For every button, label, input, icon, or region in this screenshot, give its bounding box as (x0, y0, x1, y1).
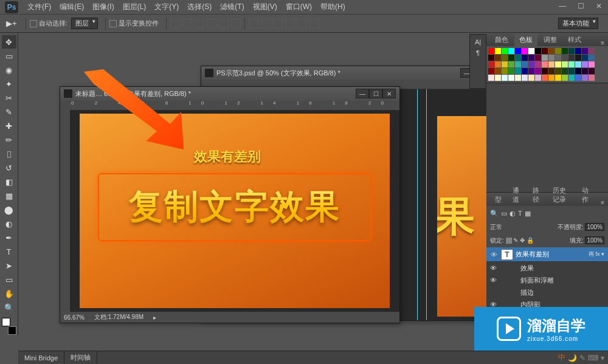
big-text-layer[interactable]: 复制文字效果 (129, 184, 340, 230)
para-panel-icon[interactable]: ¶ (476, 49, 480, 57)
maximize-button[interactable]: ☐ (572, 0, 590, 12)
menu-view[interactable]: 视图(V) (249, 2, 282, 12)
swatch[interactable] (562, 61, 568, 67)
doc-size[interactable]: 文档:1.72M/4.98M (94, 313, 143, 321)
menu-help[interactable]: 帮助(H) (316, 2, 350, 12)
swatch[interactable] (502, 68, 508, 74)
swatch[interactable] (528, 68, 534, 74)
swatch[interactable] (582, 68, 588, 74)
swatch[interactable] (502, 48, 508, 54)
swatch[interactable] (508, 61, 514, 67)
visibility-icon[interactable]: 👁 (490, 276, 497, 284)
swatch[interactable] (502, 61, 508, 67)
swatch[interactable] (568, 48, 575, 54)
healing-tool[interactable]: ✚ (2, 119, 16, 132)
swatch[interactable] (508, 55, 514, 61)
swatch[interactable] (542, 61, 548, 67)
swatch[interactable] (582, 48, 588, 54)
swatch[interactable] (555, 61, 561, 67)
effect-bevel[interactable]: 👁斜面和浮雕 (486, 274, 608, 286)
swatch[interactable] (589, 75, 595, 81)
swatch[interactable] (568, 55, 575, 61)
swatch[interactable] (508, 68, 514, 74)
blend-mode-dropdown[interactable]: 正常 (490, 223, 502, 232)
panel-menu-icon[interactable]: ≡ (597, 199, 608, 206)
swatch[interactable] (589, 48, 595, 54)
swatch[interactable] (528, 48, 534, 54)
lock-icon[interactable]: ▦ ✎ ✥ 🔒 (506, 237, 534, 244)
swatch[interactable] (575, 75, 581, 81)
text-selection-box[interactable]: 复制文字效果 (98, 173, 371, 241)
filter-icon[interactable]: ◐ (510, 210, 516, 218)
canvas[interactable]: 效果有差别 复制文字效果 (80, 114, 390, 308)
swatch[interactable] (589, 55, 595, 61)
swatch[interactable] (488, 61, 494, 67)
type-tool[interactable]: T (2, 245, 16, 258)
swatch[interactable] (582, 75, 588, 81)
guide-line[interactable] (426, 89, 427, 320)
tab-paths[interactable]: 路径 (528, 184, 547, 206)
swatch[interactable] (522, 48, 528, 54)
filter-icon[interactable]: T (518, 210, 522, 217)
swatch[interactable] (508, 75, 514, 81)
brush-tool[interactable]: ✏ (2, 133, 16, 146)
doc-maximize-button[interactable]: ☐ (369, 89, 382, 98)
swatch[interactable] (522, 68, 528, 74)
swatch[interactable] (488, 68, 494, 74)
marquee-tool[interactable]: ▭ (2, 49, 16, 63)
tab-styles[interactable]: 样式 (563, 33, 586, 46)
eraser-tool[interactable]: ◧ (2, 175, 16, 188)
swatch[interactable] (488, 55, 494, 61)
align-icon[interactable] (182, 19, 192, 29)
show-transform-checkbox[interactable] (109, 20, 117, 27)
tab-mini-bridge[interactable]: Mini Bridge (18, 351, 64, 364)
swatch[interactable] (495, 61, 501, 67)
layer-thumb[interactable]: T (501, 249, 513, 260)
doc-front-titlebar[interactable]: 未标题… 66.7% (效果有差别, RGB/8) * ― ☐ ✕ (60, 87, 399, 100)
blur-tool[interactable]: ⬤ (2, 203, 16, 216)
auto-select-dropdown[interactable]: 图层 (71, 18, 98, 29)
menu-edit[interactable]: 编辑(E) (55, 2, 88, 12)
swatch[interactable] (548, 61, 554, 67)
swatch[interactable] (582, 55, 588, 61)
visibility-icon[interactable]: 👁 (489, 251, 499, 258)
swatch[interactable] (582, 61, 588, 67)
swatch[interactable] (562, 55, 568, 61)
lasso-tool[interactable]: ◉ (2, 63, 16, 77)
distribute-icon[interactable] (309, 19, 319, 29)
distribute-icon[interactable] (261, 19, 271, 29)
fx-badge[interactable]: 画 fx ▾ (589, 250, 606, 258)
swatch[interactable] (515, 75, 521, 81)
hand-tool[interactable]: ✋ (2, 287, 16, 300)
distribute-icon[interactable] (285, 19, 295, 29)
swatch[interactable] (515, 68, 521, 74)
eyedropper-tool[interactable]: ✎ (2, 105, 16, 118)
foreground-color[interactable] (2, 318, 10, 326)
distribute-icon[interactable] (273, 19, 283, 29)
swatch[interactable] (542, 68, 548, 74)
color-swatches[interactable] (2, 318, 16, 335)
menu-file[interactable]: 文件(F) (23, 2, 55, 12)
visibility-icon[interactable]: 👁 (490, 264, 497, 272)
ime-icon[interactable]: 🌙 (568, 354, 577, 362)
close-button[interactable]: ✕ (590, 0, 608, 12)
menu-window[interactable]: 窗口(W) (282, 2, 316, 12)
swatch[interactable] (542, 55, 548, 61)
distribute-icon[interactable] (249, 19, 258, 29)
shape-tool[interactable]: ▭ (2, 273, 16, 286)
swatch[interactable] (548, 68, 554, 74)
small-text-layer[interactable]: 效果有差别 (194, 148, 261, 166)
menu-layer[interactable]: 图层(L) (119, 2, 151, 12)
ime-icon[interactable]: ✎ (579, 354, 586, 362)
swatch[interactable] (495, 68, 501, 74)
guide-line[interactable] (417, 89, 418, 320)
effect-stroke[interactable]: 描边 (486, 286, 608, 298)
fill-value[interactable]: 100% (585, 236, 604, 244)
swatch[interactable] (522, 61, 528, 67)
swatch[interactable] (528, 75, 534, 81)
ime-icon[interactable]: ⌨ (588, 354, 598, 362)
filter-icon[interactable]: ▭ (501, 210, 507, 218)
menu-select[interactable]: 选择(S) (183, 2, 216, 12)
swatch[interactable] (535, 75, 541, 81)
swatch[interactable] (575, 55, 581, 61)
